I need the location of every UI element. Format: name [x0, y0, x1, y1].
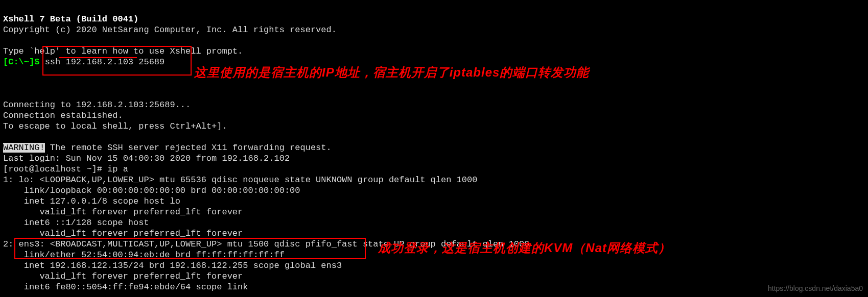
banner-title: Xshell 7 Beta (Build 0041)	[3, 14, 138, 24]
ip-line: valid_lft forever preferred_lft forever	[3, 207, 243, 217]
connected-line: Connection established.	[3, 111, 123, 120]
connecting-line: Connecting to 192.168.2.103:25689...	[3, 100, 191, 110]
ip-line: link/loopback 00:00:00:00:00:00 brd 00:0…	[3, 186, 300, 195]
ip-line: link/ether 52:54:00:94:eb:de brd ff:ff:f…	[3, 250, 285, 260]
ip-line: valid_lft forever preferred_lft forever	[3, 229, 243, 238]
escape-line: To escape to local shell, press Ctrl+Alt…	[3, 121, 227, 131]
ip-line: inet 127.0.0.1/8 scope host lo	[3, 196, 180, 206]
ip-line: inet 192.168.122.135/24 brd 192.168.122.…	[3, 261, 342, 270]
warning-label: WARNING!	[3, 143, 45, 153]
ip-line: valid_lft forever preferred_lft forever	[3, 271, 243, 281]
root-prompt: [root@localhost ~]#	[3, 164, 107, 174]
ip-line: 2: ens3: <BROADCAST,MULTICAST,UP,LOWER_U…	[3, 239, 529, 249]
watermark: https://blog.csdn.net/daxia5a0	[768, 283, 863, 294]
banner-copyright: Copyright (c) 2020 NetSarang Computer, I…	[3, 25, 337, 35]
ip-line: 1: lo: <LOOPBACK,UP,LOWER_UP> mtu 65536 …	[3, 175, 477, 185]
ip-cmd: ip a	[107, 164, 128, 174]
warning-text: The remote SSH server rejected X11 forwa…	[45, 143, 332, 153]
ip-line: inet6 fe80::5054:ff:fe94:ebde/64 scope l…	[3, 282, 253, 292]
last-login: Last login: Sun Nov 15 04:00:30 2020 fro…	[3, 154, 290, 163]
ip-line: inet6 ::1/128 scope host	[3, 218, 154, 228]
ssh-command: ssh 192.168.2.103 25689	[45, 57, 165, 67]
banner-help: Type `help' to learn how to use Xshell p…	[3, 46, 243, 56]
local-prompt: [C:\~]$	[3, 57, 45, 67]
terminal-output[interactable]: Xshell 7 Beta (Build 0041) Copyright (c)…	[3, 3, 529, 292]
